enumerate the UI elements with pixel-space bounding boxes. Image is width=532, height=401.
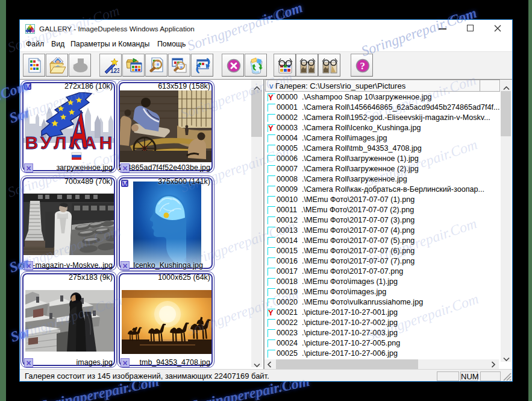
svg-text:?: ? bbox=[360, 60, 366, 72]
svg-text:123: 123 bbox=[110, 68, 119, 74]
